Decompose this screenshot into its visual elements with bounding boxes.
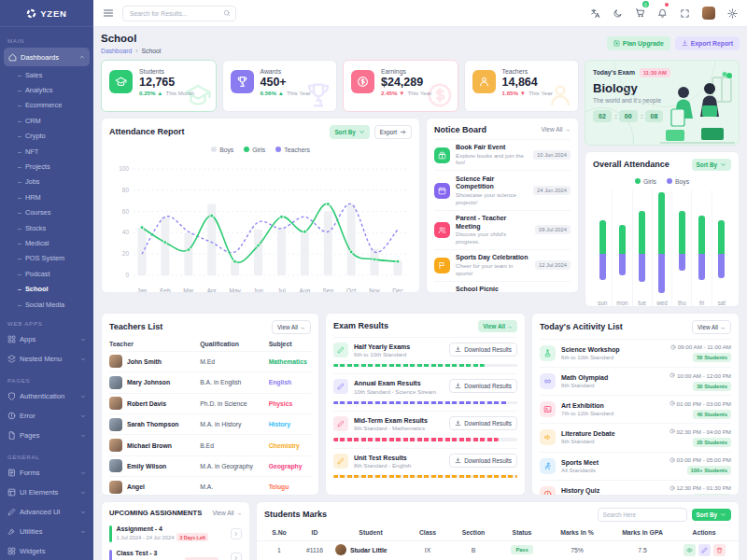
- search-icon: [223, 9, 231, 17]
- sidebar-item[interactable]: Apps: [0, 329, 93, 349]
- sidebar-item[interactable]: Nested Menu: [0, 349, 93, 369]
- sidebar-item[interactable]: – Ecommerce: [0, 98, 93, 113]
- dash-bullet: –: [18, 148, 21, 155]
- students-sort-button[interactable]: Sort By: [692, 509, 731, 521]
- stat-card: Students 12,765 0.25% ▲ This Month: [101, 60, 217, 112]
- settings-gear-icon[interactable]: [727, 8, 738, 19]
- sidebar-item[interactable]: – NFT: [0, 144, 93, 159]
- overall-sort-button[interactable]: Sort By: [692, 159, 731, 171]
- assignments-title: UPCOMING ASSIGNMENTS: [109, 509, 202, 517]
- teacher-avatar: [109, 439, 122, 452]
- sidebar-item[interactable]: – HRM: [0, 189, 93, 204]
- export-report-button[interactable]: Export Report: [675, 36, 740, 50]
- stat-card: Teachers 14,864 1.65% ▼ This Year: [464, 60, 580, 112]
- delete-action-button[interactable]: [713, 544, 726, 556]
- exam-pencil-icon: [333, 454, 348, 469]
- notice-view-all-link[interactable]: View All →: [542, 126, 571, 133]
- fullscreen-icon[interactable]: [680, 8, 690, 19]
- download-results-button[interactable]: Download Results: [449, 379, 517, 393]
- assignments-view-all-link[interactable]: View All →: [213, 510, 242, 516]
- sidebar-item-label: CRM: [25, 117, 41, 125]
- students-search-input[interactable]: [598, 508, 687, 522]
- svg-text:Nov: Nov: [369, 287, 380, 293]
- view-action-button[interactable]: [684, 544, 696, 556]
- sidebar-item[interactable]: Error: [0, 406, 93, 426]
- language-icon[interactable]: [590, 8, 600, 19]
- notifications-button[interactable]: [657, 5, 668, 21]
- breadcrumb-root[interactable]: Dashboard: [101, 48, 132, 54]
- notice-item[interactable]: Book Fair Event Explore books and join t…: [434, 139, 571, 171]
- dark-mode-icon[interactable]: [613, 8, 623, 19]
- teacher-name: Robert Davis: [127, 400, 166, 407]
- teacher-name: Mary Johnson: [127, 379, 170, 385]
- sidebar-item[interactable]: Web Apps: [0, 316, 93, 329]
- sidebar-item[interactable]: – School: [0, 281, 93, 296]
- sidebar-item[interactable]: Widgets: [0, 541, 93, 560]
- chevron-down-icon: [359, 129, 365, 135]
- activity-subtitle: 9th Standard: [561, 438, 615, 445]
- sidebar-item[interactable]: – Medical: [0, 235, 93, 250]
- upcoming-assignments-card: UPCOMING ASSIGNMENTS View All → Assignme…: [101, 501, 250, 560]
- download-results-button[interactable]: Download Results: [449, 454, 517, 468]
- sidebar-item-label: POS System: [25, 254, 64, 262]
- notice-desc: Discuss your child's progress.: [456, 231, 529, 245]
- overall-bar-column: thu: [671, 189, 691, 306]
- notice-item[interactable]: School Picnic Announcement Enjoy outdoor…: [434, 281, 571, 293]
- sidebar-item[interactable]: – CRM: [0, 113, 93, 128]
- notice-item[interactable]: Sports Day Celebration Cheer for your te…: [434, 249, 571, 281]
- sidebar-item[interactable]: – Social Media: [0, 297, 93, 312]
- students-column-header: S.No: [264, 529, 294, 536]
- cart-button[interactable]: 0: [635, 5, 645, 21]
- sidebar-item[interactable]: Dashboards: [4, 48, 90, 66]
- sidebar-item[interactable]: – Stocks: [0, 220, 93, 235]
- brand-logo[interactable]: YZEN: [0, 0, 93, 27]
- sidebar-item[interactable]: Utilities: [0, 522, 93, 541]
- user-avatar[interactable]: [702, 7, 715, 20]
- chevron-icon: [80, 256, 86, 261]
- plan-upgrade-button[interactable]: Plan Upgrade: [607, 36, 670, 50]
- sidebar-item[interactable]: – Sales: [0, 67, 93, 82]
- sidebar-item[interactable]: – Crypto: [0, 129, 93, 144]
- download-results-button[interactable]: Download Results: [449, 343, 517, 357]
- search-input[interactable]: [128, 9, 223, 18]
- attendance-sort-button[interactable]: Sort By: [330, 125, 369, 139]
- teacher-qualification: Ph.D. in Science: [200, 400, 268, 407]
- sidebar-item[interactable]: Pages: [0, 373, 93, 386]
- sidebar-item[interactable]: Advanced UI: [0, 502, 93, 522]
- assignment-open-button[interactable]: [231, 553, 242, 560]
- notice-item[interactable]: Parent - Teacher Meeting Discuss your ch…: [434, 210, 571, 249]
- overall-attendance-card: Overall Attendance Sort By Gi: [585, 151, 740, 307]
- sidebar-item-label: Widgets: [20, 547, 45, 555]
- activity-view-all-button[interactable]: View All →: [692, 320, 731, 334]
- sidebar-item-label: Error: [20, 412, 35, 420]
- sidebar-item[interactable]: – POS System: [0, 251, 93, 266]
- download-results-button[interactable]: Download Results: [449, 416, 517, 430]
- status-badge: Pass: [511, 545, 532, 554]
- teachers-table-header: Teacher Qualification Subject: [109, 339, 311, 351]
- sidebar-item[interactable]: – Courses: [0, 205, 93, 220]
- assignment-open-button[interactable]: [231, 528, 242, 539]
- assignment-title: Class Test - 3: [117, 550, 219, 556]
- menu-toggle-icon[interactable]: [103, 7, 114, 19]
- edit-action-button[interactable]: [698, 544, 711, 556]
- sidebar-item[interactable]: – Analytics: [0, 82, 93, 97]
- sidebar-item[interactable]: General: [0, 450, 93, 463]
- exam-results-view-all-button[interactable]: View All →: [478, 320, 517, 332]
- notice-item[interactable]: Science Fair Competition Showcase your s…: [434, 170, 571, 209]
- sidebar-item-label: Crypto: [25, 132, 46, 140]
- sidebar-item[interactable]: Main: [0, 34, 93, 47]
- sidebar-item[interactable]: Authentication: [0, 386, 93, 406]
- teachers-view-all-button[interactable]: View All →: [272, 320, 311, 334]
- sidebar-item[interactable]: Pages: [0, 426, 93, 445]
- attendance-export-button[interactable]: Export: [374, 125, 412, 139]
- activity-students-badge: 100+ Students: [687, 466, 731, 475]
- sidebar-item[interactable]: – Projects: [0, 159, 93, 174]
- sidebar-item[interactable]: – Podcast: [0, 266, 93, 281]
- sidebar-item[interactable]: – Jobs: [0, 175, 93, 189]
- sidebar-item[interactable]: Forms: [0, 463, 93, 483]
- exam-pencil-icon: [333, 416, 348, 431]
- sidebar-item-icon: [7, 431, 16, 440]
- sidebar-item[interactable]: UI Elements: [0, 483, 93, 502]
- exam-result-subtitle: 9th Standard - Mathematics: [354, 425, 428, 432]
- sidebar-item-label: NFT: [25, 147, 38, 156]
